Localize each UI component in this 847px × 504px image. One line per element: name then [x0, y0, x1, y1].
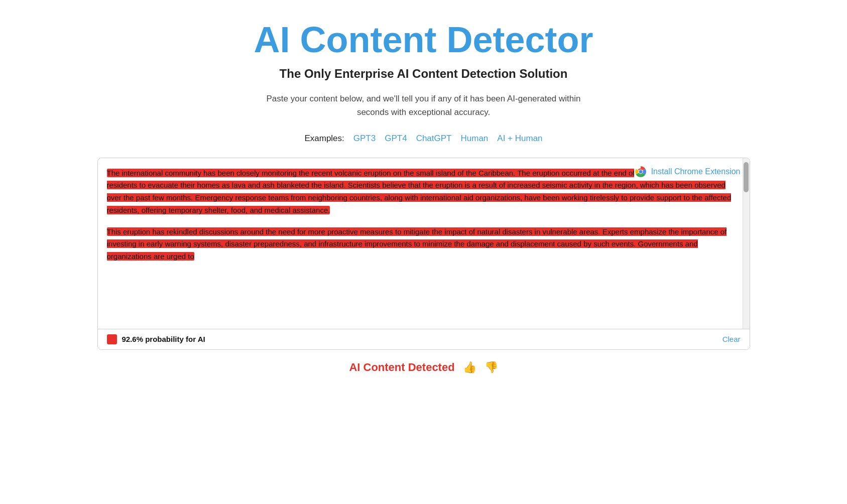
- chrome-extension-banner[interactable]: Install Chrome Extension: [634, 165, 741, 178]
- content-box: Install Chrome Extension The internation…: [97, 158, 750, 350]
- highlighted-text-2: This eruption has rekindled discussions …: [107, 227, 727, 261]
- examples-label: Examples:: [304, 134, 344, 144]
- example-human[interactable]: Human: [460, 134, 488, 144]
- scrollbar-thumb[interactable]: [744, 162, 749, 192]
- thumbdown-button[interactable]: 👎: [485, 361, 498, 374]
- chrome-extension-label[interactable]: Install Chrome Extension: [651, 167, 741, 176]
- example-chatgpt[interactable]: ChatGPT: [416, 134, 452, 144]
- clear-button[interactable]: Clear: [722, 335, 741, 343]
- probability-container: 92.6% probability for AI: [107, 334, 205, 344]
- svg-point-2: [639, 170, 642, 173]
- ai-indicator-square: [107, 334, 117, 344]
- example-gpt4[interactable]: GPT4: [385, 134, 407, 144]
- page-subtitle: The Only Enterprise AI Content Detection…: [280, 67, 568, 81]
- page-title: AI Content Detector: [254, 20, 593, 60]
- page-description: Paste your content below, and we'll tell…: [263, 92, 584, 119]
- examples-row: Examples: GPT3 GPT4 ChatGPT Human AI + H…: [304, 134, 542, 144]
- example-ai-human[interactable]: AI + Human: [497, 134, 542, 144]
- status-bar: 92.6% probability for AI Clear: [98, 329, 750, 349]
- example-gpt3[interactable]: GPT3: [353, 134, 376, 144]
- result-label: AI Content Detected: [349, 361, 454, 374]
- result-row: AI Content Detected 👍 👎: [349, 361, 498, 374]
- text-content: The international community has been clo…: [107, 167, 740, 263]
- thumbup-button[interactable]: 👍: [463, 361, 476, 374]
- text-area[interactable]: The international community has been clo…: [98, 158, 750, 329]
- probability-text: 92.6% probability for AI: [122, 335, 205, 343]
- scrollbar-track[interactable]: [743, 158, 750, 329]
- chrome-icon: [634, 165, 647, 178]
